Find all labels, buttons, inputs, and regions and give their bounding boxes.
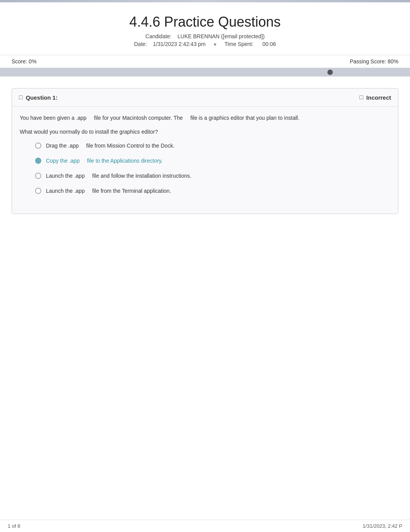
date-label: Date: <box>134 41 147 47</box>
passing-score-label: Passing Score: 80% <box>350 58 398 65</box>
option-C-text: Launch the .app file and follow the inst… <box>46 172 191 180</box>
radio-D[interactable] <box>35 188 41 194</box>
footer-bar: 1 of 8 1/31/2023, 2:42 P <box>0 520 410 532</box>
status-icon: □ <box>359 94 363 101</box>
question-status: Incorrect <box>366 94 391 101</box>
question-body: You have been given a .app file for your… <box>12 107 398 206</box>
candidate-name: LUKE BRENNAN ([email protected]) <box>178 33 265 39</box>
radio-B[interactable] <box>35 158 41 164</box>
option-D[interactable]: Launch the .app file from the Terminal a… <box>35 187 390 195</box>
time-spent-value: 00:06 <box>263 41 276 47</box>
separator-dot <box>214 43 216 46</box>
question-header: □ Question 1: □ Incorrect <box>12 88 398 107</box>
header: 4.4.6 Practice Questions Candidate: LUKE… <box>0 2 410 51</box>
question-card: □ Question 1: □ Incorrect You have been … <box>12 88 398 214</box>
score-bar: Score: 0% Passing Score: 80% <box>0 55 410 68</box>
time-spent-label: Time Spent: <box>224 41 253 47</box>
radio-C[interactable] <box>35 173 41 179</box>
options-list: Drag the .app file from Mission Control … <box>35 142 390 195</box>
option-A-text: Drag the .app file from Mission Control … <box>46 142 175 150</box>
progress-dot <box>327 70 333 75</box>
radio-A[interactable] <box>35 143 41 149</box>
option-C[interactable]: Launch the .app file and follow the inst… <box>35 172 390 180</box>
candidate-label: Candidate: <box>146 33 172 39</box>
main-content: □ Question 1: □ Incorrect You have been … <box>0 76 410 222</box>
page-info: 1 of 8 <box>8 523 20 529</box>
date-line: Date: 1/31/2023 2:42:43 pm Time Spent: 0… <box>8 41 402 47</box>
page-title: 4.4.6 Practice Questions <box>8 14 402 30</box>
option-D-text: Launch the .app file from the Terminal a… <box>46 187 171 195</box>
question-text: You have been given a .app file for your… <box>20 114 390 122</box>
candidate-line: Candidate: LUKE BRENNAN ([email protecte… <box>8 33 402 39</box>
option-B-text: Copy the .app file to the Applications d… <box>46 157 163 165</box>
score-label: Score: 0% <box>12 58 37 65</box>
progress-bar <box>0 68 410 76</box>
option-B[interactable]: Copy the .app file to the Applications d… <box>35 157 390 165</box>
footer-timestamp: 1/31/2023, 2:42 P <box>363 523 402 529</box>
page-wrapper: 4.4.6 Practice Questions Candidate: LUKE… <box>0 0 410 532</box>
question-number: Question 1: <box>26 94 58 101</box>
question-prompt: What would you normally do to install th… <box>20 127 390 136</box>
option-A[interactable]: Drag the .app file from Mission Control … <box>35 142 390 150</box>
question-collapse-icon[interactable]: □ <box>19 94 23 101</box>
date-value: 1/31/2023 2:42:43 pm <box>153 41 205 47</box>
